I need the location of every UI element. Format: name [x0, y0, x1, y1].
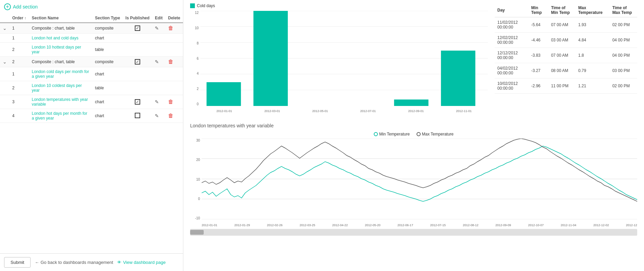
order-cell: 2 [10, 81, 29, 95]
chart-scrollbar[interactable] [190, 229, 637, 236]
section-link[interactable]: London 10 hottest days per year [32, 45, 81, 54]
bar-chart-svg [200, 11, 488, 106]
name-cell: Composite : chart, table [29, 23, 92, 34]
table-row: 3 London temperatures with year variable… [0, 95, 183, 109]
edit-cell[interactable]: ✎ [152, 57, 165, 67]
edit-cell[interactable]: ✎ [152, 95, 165, 109]
add-section-label: Add section [13, 4, 38, 10]
edit-icon[interactable]: ✎ [155, 99, 159, 105]
delete-cell[interactable]: 🗑 [165, 109, 183, 123]
chevron-cell [0, 95, 10, 109]
section-link[interactable]: London hot days per month for a given ye… [32, 111, 87, 121]
col-order[interactable]: Order ↑ [10, 14, 29, 23]
checkbox-checked-icon[interactable]: ✓ [135, 99, 140, 105]
col-max-temp: Max Temperature [575, 3, 609, 17]
delete-cell [165, 34, 183, 43]
table-row: 12/02/2012 00:00:00 -4.46 03 00 AM 4.84 … [495, 33, 637, 48]
time-min-cell: 03 00 AM [548, 33, 575, 48]
x-line-label-9: 2012-08-12 [463, 223, 478, 227]
chevron-cell [0, 67, 10, 81]
x-line-label-2: 2012-01-29 [234, 223, 250, 227]
svg-rect-9 [441, 51, 475, 106]
section-link[interactable]: London hot and cold days [32, 36, 78, 40]
checkbox-checked-icon[interactable]: ✓ [135, 59, 140, 65]
section-link[interactable]: London cold days per month for a given y… [32, 69, 89, 79]
edit-icon[interactable]: ✎ [155, 113, 159, 119]
name-cell[interactable]: London hot and cold days [29, 34, 92, 43]
edit-cell[interactable]: ✎ [152, 109, 165, 123]
type-cell: chart [92, 34, 123, 43]
checkbox-checked-icon[interactable]: ✓ [135, 25, 140, 31]
line-chart-section: London temperatures with year variable M… [190, 123, 637, 236]
submit-button[interactable]: Submit [4, 257, 31, 268]
scrollbar-thumb[interactable] [190, 230, 204, 235]
time-max-cell: 04 00 PM [610, 33, 637, 48]
col-section-name: Section Name [29, 14, 92, 23]
time-min-cell: 07 00 AM [548, 17, 575, 33]
table-row: ⌄ 2 Composite : chart, table composite ✓… [0, 57, 183, 67]
min-temp-cell: -3.27 [529, 63, 548, 78]
day-cell: 11/02/2012 00:00:00 [495, 17, 529, 33]
y-label-12: 12 [190, 11, 200, 15]
x-line-label-10: 2012-09-09 [495, 223, 511, 227]
edit-cell[interactable]: ✎ [152, 23, 165, 34]
sections-table: Order ↑ Section Name Section Type Is Pub… [0, 14, 183, 123]
y-label-8: 8 [190, 41, 200, 45]
table-row: 1 London cold days per month for a given… [0, 67, 183, 81]
max-temp-cell: 4.84 [575, 33, 609, 48]
add-section-button[interactable]: + Add section [0, 0, 183, 14]
edit-icon[interactable]: ✎ [155, 25, 159, 31]
svg-rect-8 [394, 100, 428, 106]
order-cell: 1 [10, 67, 29, 81]
chevron-down-icon[interactable]: ⌄ [3, 25, 7, 31]
chevron-cell[interactable]: ⌄ [0, 57, 10, 67]
name-cell[interactable]: London temperatures with year variable [29, 95, 92, 109]
min-temp-cell: -2.96 [529, 78, 548, 94]
name-cell[interactable]: London hot days per month for a given ye… [29, 109, 92, 123]
bottom-bar: Submit ← Go back to dashboards managemen… [0, 253, 183, 271]
line-chart-legend: Min Temperature Max Temperature [190, 132, 637, 137]
max-temp-cell: 1.8 [575, 48, 609, 63]
data-table-header-row: Day Min Temp Time of Min Temp Max Temper… [495, 3, 637, 17]
chevron-down-icon[interactable]: ⌄ [3, 59, 7, 65]
col-is-published: Is Published [123, 14, 152, 23]
x-line-label-7: 2012-06-17 [398, 223, 413, 227]
x-label-nov: 2012-11-01 [456, 109, 472, 113]
chart-legend: Cold days [190, 3, 488, 8]
time-min-cell: 07 00 AM [548, 48, 575, 63]
y-label-10: 10 [190, 26, 200, 30]
min-temp-cell: -3.83 [529, 48, 548, 63]
chevron-cell[interactable]: ⌄ [0, 23, 10, 34]
legend-max-temp: Max Temperature [417, 132, 454, 137]
view-dashboard-button[interactable]: 👁 View dashboard page [117, 257, 166, 267]
x-line-label-5: 2012-04-22 [332, 223, 348, 227]
section-link[interactable]: London 10 coldest days per year [32, 83, 82, 93]
checkbox-unchecked-icon[interactable] [135, 113, 140, 118]
x-line-label-3: 2012-02-26 [267, 223, 282, 227]
delete-icon[interactable]: 🗑 [168, 25, 173, 31]
svg-rect-6 [206, 82, 241, 106]
delete-cell[interactable]: 🗑 [165, 95, 183, 109]
type-cell: chart [92, 95, 123, 109]
back-to-dashboards-button[interactable]: ← Go back to dashboards management [35, 257, 113, 267]
bar-chart-container: Cold days 0 2 4 6 8 10 12 [190, 3, 488, 113]
delete-icon[interactable]: 🗑 [168, 113, 173, 119]
type-cell: chart [92, 67, 123, 81]
edit-icon[interactable]: ✎ [155, 59, 159, 65]
delete-cell[interactable]: 🗑 [165, 23, 183, 34]
delete-cell[interactable]: 🗑 [165, 57, 183, 67]
name-cell[interactable]: London 10 hottest days per year [29, 43, 92, 57]
delete-icon[interactable]: 🗑 [168, 59, 173, 65]
published-cell [123, 43, 152, 57]
type-cell: table [92, 81, 123, 95]
y-line-30: 30 [190, 139, 201, 142]
y-line-20: 20 [190, 158, 201, 162]
order-cell: 3 [10, 95, 29, 109]
delete-icon[interactable]: 🗑 [168, 99, 173, 105]
order-cell: 4 [10, 109, 29, 123]
name-cell[interactable]: London cold days per month for a given y… [29, 67, 92, 81]
delete-cell [165, 43, 183, 57]
name-cell[interactable]: London 10 coldest days per year [29, 81, 92, 95]
section-link[interactable]: London temperatures with year variable [32, 97, 88, 107]
bar-chart: 0 2 4 6 8 10 12 [190, 11, 488, 113]
